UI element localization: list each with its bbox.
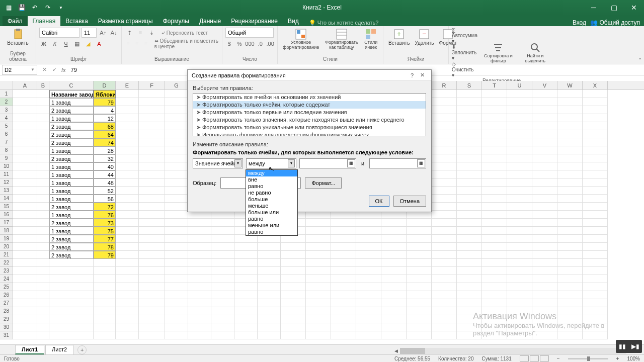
cell[interactable] bbox=[165, 283, 188, 291]
cell[interactable] bbox=[356, 267, 381, 275]
cell[interactable] bbox=[407, 275, 432, 283]
cell[interactable] bbox=[165, 130, 188, 138]
cell[interactable] bbox=[583, 267, 608, 275]
chevron-down-icon[interactable]: ▾ bbox=[288, 159, 295, 167]
operator-combo[interactable]: между▾ bbox=[246, 158, 296, 168]
cell[interactable] bbox=[507, 122, 532, 130]
row-header[interactable]: 11 bbox=[0, 170, 13, 178]
cell[interactable] bbox=[258, 291, 281, 299]
cell[interactable] bbox=[432, 291, 457, 299]
cell[interactable] bbox=[139, 195, 165, 203]
cell[interactable] bbox=[432, 154, 457, 162]
cell[interactable] bbox=[37, 243, 49, 251]
cell[interactable] bbox=[281, 243, 306, 251]
cell[interactable] bbox=[583, 275, 608, 283]
cell[interactable] bbox=[94, 315, 116, 323]
cell[interactable] bbox=[211, 267, 234, 275]
cell[interactable] bbox=[432, 162, 457, 170]
cell[interactable] bbox=[457, 170, 482, 178]
redo-icon[interactable]: ↷ bbox=[42, 2, 53, 13]
cell[interactable] bbox=[457, 154, 482, 162]
add-sheet-button[interactable]: + bbox=[77, 345, 87, 354]
row-header[interactable]: 4 bbox=[0, 114, 13, 122]
cell[interactable] bbox=[37, 291, 49, 299]
cell[interactable] bbox=[507, 243, 532, 251]
scroll-left-icon[interactable]: ◀ bbox=[392, 348, 400, 353]
cell[interactable] bbox=[234, 331, 258, 339]
collapse-ribbon-icon[interactable]: ⌃ bbox=[638, 57, 642, 63]
cell[interactable] bbox=[432, 203, 457, 211]
cell[interactable] bbox=[532, 291, 557, 299]
tab-главная[interactable]: Главная bbox=[28, 16, 61, 26]
cell[interactable] bbox=[583, 251, 608, 259]
increase-decimal-icon[interactable]: .0 bbox=[257, 39, 265, 48]
cell[interactable] bbox=[49, 259, 94, 267]
cell[interactable] bbox=[49, 299, 94, 307]
cell[interactable] bbox=[37, 195, 49, 203]
cell[interactable] bbox=[457, 251, 482, 259]
next-icon[interactable]: ▶▮ bbox=[629, 340, 642, 353]
cell[interactable] bbox=[457, 227, 482, 235]
cancel-button[interactable]: Отмена bbox=[393, 196, 426, 207]
row-header[interactable]: 2 bbox=[0, 98, 13, 106]
cell[interactable] bbox=[457, 291, 482, 299]
cell[interactable] bbox=[482, 227, 507, 235]
cell[interactable] bbox=[37, 307, 49, 315]
cell[interactable] bbox=[532, 211, 557, 219]
wrap-text-button[interactable]: ⤶ Переносить текст bbox=[161, 30, 208, 36]
cell[interactable] bbox=[116, 283, 139, 291]
cell[interactable] bbox=[331, 299, 356, 307]
cell[interactable] bbox=[116, 154, 139, 162]
cell[interactable] bbox=[407, 299, 432, 307]
cell[interactable] bbox=[281, 275, 306, 283]
cell[interactable] bbox=[37, 323, 49, 331]
scrollbar-thumb[interactable] bbox=[400, 348, 425, 354]
cell[interactable] bbox=[116, 203, 139, 211]
cell[interactable] bbox=[432, 307, 457, 315]
cell[interactable] bbox=[211, 323, 234, 331]
cell[interactable] bbox=[116, 98, 139, 106]
cell[interactable] bbox=[37, 122, 49, 130]
cell[interactable] bbox=[13, 138, 37, 146]
cell[interactable] bbox=[457, 267, 482, 275]
cell[interactable] bbox=[507, 227, 532, 235]
cell[interactable]: 1 завод bbox=[49, 178, 94, 187]
cell[interactable] bbox=[532, 259, 557, 267]
cell[interactable] bbox=[116, 187, 139, 195]
cell[interactable] bbox=[407, 307, 432, 315]
cell[interactable] bbox=[331, 219, 356, 227]
cell[interactable] bbox=[407, 219, 432, 227]
cell[interactable] bbox=[482, 98, 507, 106]
cell[interactable] bbox=[356, 219, 381, 227]
cell[interactable] bbox=[37, 162, 49, 170]
cell[interactable] bbox=[557, 283, 583, 291]
cell[interactable] bbox=[457, 90, 482, 98]
cell[interactable] bbox=[306, 291, 331, 299]
cell[interactable] bbox=[165, 122, 188, 130]
cell[interactable] bbox=[165, 307, 188, 315]
row-header[interactable]: 22 bbox=[0, 259, 13, 267]
cell[interactable]: Название завода bbox=[49, 90, 94, 98]
cell[interactable] bbox=[381, 307, 407, 315]
cell[interactable] bbox=[234, 323, 258, 331]
cell[interactable] bbox=[432, 323, 457, 331]
tab-вставка[interactable]: Вставка bbox=[60, 16, 93, 26]
row-header[interactable]: 12 bbox=[0, 178, 13, 187]
cell[interactable] bbox=[188, 291, 211, 299]
column-header[interactable]: S bbox=[457, 81, 482, 89]
cell[interactable] bbox=[407, 251, 432, 259]
border-icon[interactable]: ▦ bbox=[72, 39, 82, 48]
italic-icon[interactable]: К bbox=[50, 39, 59, 48]
align-center-icon[interactable]: ≡ bbox=[134, 39, 141, 48]
cell[interactable] bbox=[457, 243, 482, 251]
cell[interactable] bbox=[583, 195, 608, 203]
column-header[interactable]: A bbox=[13, 81, 37, 89]
cell[interactable] bbox=[116, 122, 139, 130]
cell[interactable] bbox=[258, 299, 281, 307]
cell[interactable]: 72 bbox=[94, 203, 116, 211]
cell[interactable] bbox=[165, 323, 188, 331]
cell[interactable] bbox=[457, 146, 482, 154]
cell[interactable] bbox=[165, 331, 188, 339]
cell[interactable] bbox=[211, 307, 234, 315]
cell[interactable] bbox=[37, 130, 49, 138]
